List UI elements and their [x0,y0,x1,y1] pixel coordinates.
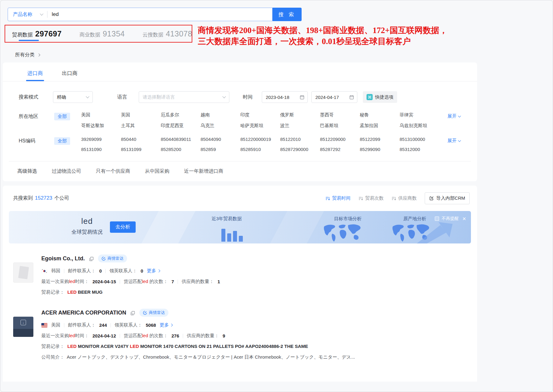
purchase-from-china-toggle[interactable]: 从中国采购 [145,168,169,175]
hs-code-item[interactable]: 85299090 [360,147,400,152]
region-expand-link[interactable]: 展开 [447,113,461,119]
hs-code-item[interactable]: 85131090 [81,147,121,152]
hs-code-item[interactable]: 85312000 [400,147,439,152]
dont-remind-checkbox[interactable] [435,217,439,221]
region-item[interactable]: 波兰 [280,123,320,129]
search-input[interactable] [47,11,272,17]
hs-code-item[interactable]: 85287290000 [280,147,320,152]
hs-code-item[interactable]: 850440839011 [161,137,201,142]
annotation-line-2: 三大数据库全面打通，一次搜索，0.01秒呈现全球目标客户 [198,36,448,47]
import-crm-button[interactable]: 导入内部CRM [425,192,470,204]
company-name[interactable]: Egoism Co., Ltd. [41,255,85,262]
red-annotation-text: 商情发现将200+国海关数据、198+国商业数据、172+国互联网数据， 三大数… [198,25,448,47]
language-select[interactable]: 请选择翻译语言 [139,91,229,103]
company-thumbnail[interactable] [13,262,33,283]
region-item[interactable]: 孟加拉国 [360,123,400,129]
region-item[interactable]: 哥斯达黎加 [81,123,121,129]
freight-match-count: 276 [171,333,179,338]
divider [120,334,120,338]
sort-controls: 贸易时间 贸易次数 供应商数 导入内部CRM [325,192,470,204]
language-label: 语言 [117,94,127,100]
single-supplier-toggle[interactable]: 只有一个供应商 [96,168,130,175]
hs-code-item[interactable]: 85122099 [360,137,400,142]
region-item[interactable]: 印度 [240,112,280,118]
korea-flag-icon [41,269,47,273]
region-filter-row: 所在地区 全部 美国 英国 厄瓜多尔 越南 印度 俄罗斯 墨西哥 秘鲁 菲律宾 … [19,112,477,129]
region-all-pill[interactable]: 全部 [54,113,70,120]
region-item[interactable]: 巴基斯坦 [320,123,360,129]
hs-code-item[interactable]: 852859 [201,147,240,152]
email-contacts-count: 0 [99,268,102,273]
hs-code-item[interactable]: 85285910 [240,147,280,152]
hs-code-item[interactable]: 8513100000 [400,137,439,142]
sort-icon [359,196,363,201]
sort-trade-count[interactable]: 贸易次数 [359,195,384,201]
hs-code-all-pill[interactable]: 全部 [54,137,70,145]
hs-code-item[interactable]: 8512209000 [320,137,360,142]
region-item[interactable]: 越南 [201,112,240,118]
region-item[interactable]: 乌兹别克斯坦 [400,123,439,129]
filter-logistics-toggle[interactable]: 过滤物流公司 [52,168,81,175]
end-date-input[interactable]: 2024-04-17 [311,91,357,103]
region-item[interactable]: 秘鲁 [360,112,400,118]
region-item[interactable]: 哈萨克斯坦 [240,123,280,129]
hs-code-item[interactable]: 85044090 [201,137,240,142]
region-item[interactable]: 土耳其 [121,123,161,129]
analyze-button[interactable]: 去分析 [110,221,136,233]
advanced-filter-button[interactable]: 高级筛选 [17,168,37,175]
business-radar-badge[interactable]: 商情雷达 [139,309,168,317]
chevron-down-icon [458,139,461,142]
hs-code-item[interactable]: 85122010 [280,137,320,142]
region-item[interactable]: 厄瓜多尔 [161,112,201,118]
hs-code-item[interactable]: 85287292 [320,147,360,152]
divider [64,269,64,273]
region-item[interactable]: 俄罗斯 [280,112,320,118]
tab-importer[interactable]: 进口商 [27,70,43,81]
company-thumbnail[interactable]: ↓ [13,317,33,337]
hs-code-item[interactable]: 85131099 [121,147,161,152]
chevron-right-icon [157,270,160,273]
divider [183,334,183,338]
company-name[interactable]: ACER AMERICA CORPORATION [41,310,126,316]
hs-code-item[interactable]: 850440 [121,137,161,142]
category-select[interactable]: 产品名称 [8,11,47,18]
tab-exporter[interactable]: 出口商 [62,70,77,81]
data-source-tabs-highlight-box: 贸易数据 297697 商业数据 91354 云搜数据 413078 [5,25,192,43]
sort-trade-time[interactable]: 贸易时间 [325,195,351,201]
company-card: ↓ ACER AMERICA CORPORATION 商情雷达 美国 邮件联系人… [9,295,471,360]
sort-supplier-count[interactable]: 供应商数 [392,195,417,201]
region-item[interactable]: 印度尼西亚 [161,123,201,129]
trade-record-text: LED MONITOR ACER V247Y LED MONITOR 1470 … [67,344,308,349]
copy-icon[interactable] [89,257,94,261]
country-label: 韩国 [51,268,60,274]
quick-options-button[interactable]: ⌘ 快捷选项 [363,91,397,103]
search-mode-select[interactable]: 精确 [53,91,93,103]
more-link[interactable]: 更多 [147,268,160,274]
tab-trade-data[interactable]: 贸易数据 297697 [12,29,62,38]
close-icon[interactable]: × [462,217,466,221]
copy-icon[interactable] [130,311,135,315]
region-item[interactable]: 美国 [81,112,121,118]
hs-code-item[interactable]: 39269099 [81,137,121,142]
region-item[interactable]: 菲律宾 [400,112,439,118]
region-item[interactable]: 墨西哥 [320,112,360,118]
region-label: 所在地区 [19,113,41,120]
hs-code-item[interactable]: 851220000019 [240,137,280,142]
hs-code-item[interactable]: 85285200 [161,147,201,152]
more-link[interactable]: 更多 [160,322,172,328]
more-label: 更多 [160,322,169,328]
radar-badge-label: 商情雷达 [107,256,123,261]
tab-business-data[interactable]: 商业数据 91354 [79,29,125,38]
search-button[interactable]: 搜 索 [273,8,302,21]
tab-cloud-search-data[interactable]: 云搜数据 413078 [142,29,192,38]
calendar-icon [349,95,354,100]
new-importers-toggle[interactable]: 近一年新增进口商 [184,168,223,175]
breadcrumb[interactable]: 所有分类 [15,52,553,58]
hs-code-expand-link[interactable]: 展开 [447,138,461,144]
region-item[interactable]: 乌克兰 [201,123,240,129]
business-radar-badge[interactable]: 商情雷达 [98,254,127,262]
region-item[interactable]: 英国 [121,112,161,118]
start-date-input[interactable]: 2023-04-18 [262,91,308,103]
chevron-down-icon [222,95,226,98]
import-crm-label: 导入内部CRM [436,195,465,201]
